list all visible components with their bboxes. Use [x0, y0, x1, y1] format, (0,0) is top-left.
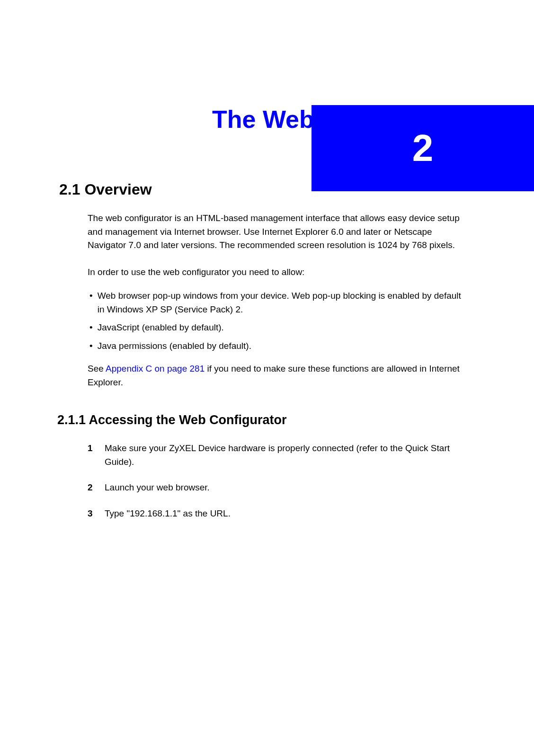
bullet-text: Java permissions (enabled by default).	[98, 339, 466, 353]
chapter-prefix-label: CHAPTER	[250, 147, 307, 159]
bullet-icon: •	[89, 289, 93, 303]
steps-list: 1 Make sure your ZyXEL Device hardware i…	[88, 442, 466, 520]
bullet-item: • Web browser pop-up windows from your d…	[88, 289, 466, 316]
step-text: Type "192.168.1.1" as the URL.	[105, 507, 466, 521]
step-item: 2 Launch your web browser.	[88, 481, 466, 495]
overview-paragraph-1: The web configurator is an HTML-based ma…	[88, 212, 466, 252]
subsection-heading-accessing: 2.1.1 Accessing the Web Configurator	[57, 413, 475, 427]
step-text: Launch your web browser.	[105, 481, 466, 495]
see-prefix: See	[88, 364, 106, 374]
see-reference-text: See Appendix C on page 281 if you need t…	[88, 362, 466, 389]
bullet-item: • JavaScript (enabled by default).	[88, 321, 466, 335]
requirements-bullet-list: • Web browser pop-up windows from your d…	[88, 289, 466, 353]
document-page: CHAPTER 2 The Web Configurator 2.1 Overv…	[0, 105, 534, 756]
step-text: Make sure your ZyXEL Device hardware is …	[105, 442, 466, 469]
step-item: 1 Make sure your ZyXEL Device hardware i…	[88, 442, 466, 469]
bullet-icon: •	[89, 339, 93, 353]
appendix-link[interactable]: Appendix C on page 281	[106, 364, 205, 374]
step-item: 3 Type "192.168.1.1" as the URL.	[88, 507, 466, 521]
step-number: 1	[88, 442, 105, 455]
step-number: 2	[88, 481, 105, 495]
step-number: 3	[88, 507, 105, 521]
bullet-item: • Java permissions (enabled by default).	[88, 339, 466, 353]
chapter-number-tab: 2	[312, 105, 534, 191]
bullet-text: JavaScript (enabled by default).	[98, 321, 466, 335]
bullet-text: Web browser pop-up windows from your dev…	[98, 289, 466, 316]
bullet-icon: •	[89, 321, 93, 335]
overview-paragraph-2: In order to use the web configurator you…	[88, 266, 466, 279]
